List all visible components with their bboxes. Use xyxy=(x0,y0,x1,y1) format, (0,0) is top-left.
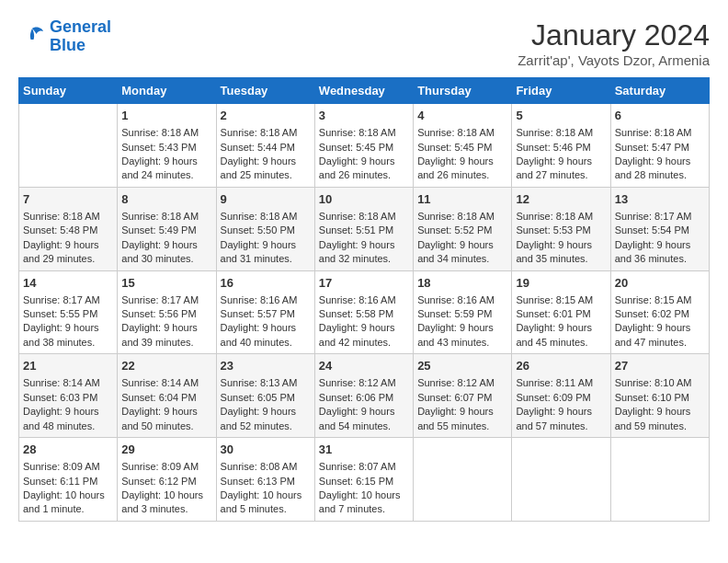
sunrise-text: Sunrise: 8:18 AM xyxy=(319,126,409,140)
daylight-text: Daylight: 9 hours and 47 minutes. xyxy=(615,321,705,350)
sunset-text: Sunset: 6:05 PM xyxy=(221,391,311,405)
sunrise-text: Sunrise: 8:14 AM xyxy=(121,376,211,390)
sunrise-text: Sunrise: 8:16 AM xyxy=(319,293,409,307)
sunset-text: Sunset: 6:12 PM xyxy=(121,475,211,488)
calendar-cell xyxy=(512,438,610,522)
calendar-cell: 1Sunrise: 8:18 AMSunset: 5:43 PMDaylight… xyxy=(118,104,216,188)
day-number: 5 xyxy=(516,108,606,124)
day-number: 26 xyxy=(516,358,606,374)
sunrise-text: Sunrise: 8:17 AM xyxy=(23,293,113,307)
day-number: 29 xyxy=(121,442,211,458)
calendar-cell: 5Sunrise: 8:18 AMSunset: 5:46 PMDaylight… xyxy=(512,104,610,188)
sunset-text: Sunset: 5:43 PM xyxy=(121,141,211,155)
sunset-text: Sunset: 5:58 PM xyxy=(319,307,409,321)
day-number: 6 xyxy=(615,108,705,124)
calendar-cell: 12Sunrise: 8:18 AMSunset: 5:53 PMDayligh… xyxy=(512,187,610,270)
calendar-cell: 18Sunrise: 8:16 AMSunset: 5:59 PMDayligh… xyxy=(414,270,512,354)
sunrise-text: Sunrise: 8:08 AM xyxy=(221,460,311,474)
calendar-cell: 14Sunrise: 8:17 AMSunset: 5:55 PMDayligh… xyxy=(19,270,118,354)
calendar-week-3: 14Sunrise: 8:17 AMSunset: 5:55 PMDayligh… xyxy=(19,270,710,354)
calendar-cell: 13Sunrise: 8:17 AMSunset: 5:54 PMDayligh… xyxy=(610,187,709,270)
calendar-cell xyxy=(414,438,512,522)
sunrise-text: Sunrise: 8:17 AM xyxy=(121,293,211,307)
day-number: 8 xyxy=(121,191,211,208)
sunset-text: Sunset: 5:57 PM xyxy=(221,307,311,321)
sunset-text: Sunset: 6:09 PM xyxy=(516,391,606,405)
calendar-cell: 26Sunrise: 8:11 AMSunset: 6:09 PMDayligh… xyxy=(512,354,610,438)
sunset-text: Sunset: 5:50 PM xyxy=(221,224,311,237)
sunset-text: Sunset: 6:07 PM xyxy=(417,391,507,405)
sunrise-text: Sunrise: 8:12 AM xyxy=(417,376,507,390)
calendar-cell xyxy=(19,104,118,188)
calendar-header-row: SundayMondayTuesdayWednesdayThursdayFrid… xyxy=(19,78,710,104)
daylight-text: Daylight: 9 hours and 40 minutes. xyxy=(221,321,311,350)
sunrise-text: Sunrise: 8:18 AM xyxy=(121,210,211,224)
sunrise-text: Sunrise: 8:18 AM xyxy=(221,210,311,224)
sunset-text: Sunset: 6:15 PM xyxy=(319,475,409,488)
daylight-text: Daylight: 9 hours and 28 minutes. xyxy=(615,155,705,183)
calendar-cell: 15Sunrise: 8:17 AMSunset: 5:56 PMDayligh… xyxy=(118,270,216,354)
sunrise-text: Sunrise: 8:12 AM xyxy=(319,376,409,390)
daylight-text: Daylight: 9 hours and 26 minutes. xyxy=(417,155,507,183)
calendar-cell: 29Sunrise: 8:09 AMSunset: 6:12 PMDayligh… xyxy=(118,438,216,522)
sunset-text: Sunset: 5:53 PM xyxy=(516,224,606,237)
daylight-text: Daylight: 10 hours and 7 minutes. xyxy=(319,488,409,517)
sunset-text: Sunset: 5:55 PM xyxy=(23,307,113,321)
sunrise-text: Sunrise: 8:14 AM xyxy=(23,376,113,390)
calendar-cell: 16Sunrise: 8:16 AMSunset: 5:57 PMDayligh… xyxy=(216,270,314,354)
daylight-text: Daylight: 9 hours and 38 minutes. xyxy=(23,321,113,350)
sunrise-text: Sunrise: 8:09 AM xyxy=(121,460,211,474)
sunrise-text: Sunrise: 8:18 AM xyxy=(417,126,507,140)
day-number: 4 xyxy=(417,108,507,124)
daylight-text: Daylight: 9 hours and 45 minutes. xyxy=(516,321,606,350)
daylight-text: Daylight: 9 hours and 52 minutes. xyxy=(221,405,311,433)
sunrise-text: Sunrise: 8:13 AM xyxy=(221,376,311,390)
sunset-text: Sunset: 5:45 PM xyxy=(417,141,507,155)
daylight-text: Daylight: 9 hours and 42 minutes. xyxy=(319,321,409,350)
calendar-cell: 27Sunrise: 8:10 AMSunset: 6:10 PMDayligh… xyxy=(610,354,709,438)
sunrise-text: Sunrise: 8:18 AM xyxy=(516,126,606,140)
day-number: 19 xyxy=(516,275,606,292)
sunset-text: Sunset: 5:54 PM xyxy=(615,224,705,237)
daylight-text: Daylight: 9 hours and 50 minutes. xyxy=(121,405,211,433)
daylight-text: Daylight: 9 hours and 27 minutes. xyxy=(516,155,606,183)
daylight-text: Daylight: 9 hours and 29 minutes. xyxy=(23,238,113,267)
sunrise-text: Sunrise: 8:18 AM xyxy=(121,126,211,140)
sunrise-text: Sunrise: 8:18 AM xyxy=(319,210,409,224)
sunrise-text: Sunrise: 8:07 AM xyxy=(319,460,409,474)
calendar-cell: 6Sunrise: 8:18 AMSunset: 5:47 PMDaylight… xyxy=(610,104,709,188)
calendar-cell: 3Sunrise: 8:18 AMSunset: 5:45 PMDaylight… xyxy=(314,104,413,188)
sunset-text: Sunset: 5:45 PM xyxy=(319,141,409,155)
header-wednesday: Wednesday xyxy=(314,78,413,104)
day-number: 30 xyxy=(221,442,311,458)
daylight-text: Daylight: 9 hours and 35 minutes. xyxy=(516,238,606,267)
day-number: 10 xyxy=(319,191,409,208)
day-number: 1 xyxy=(121,108,211,124)
calendar-cell: 22Sunrise: 8:14 AMSunset: 6:04 PMDayligh… xyxy=(118,354,216,438)
sunset-text: Sunset: 5:46 PM xyxy=(516,141,606,155)
sunset-text: Sunset: 6:01 PM xyxy=(516,307,606,321)
calendar-cell: 28Sunrise: 8:09 AMSunset: 6:11 PMDayligh… xyxy=(19,438,118,522)
day-number: 11 xyxy=(417,191,507,208)
day-number: 3 xyxy=(319,108,409,124)
calendar-subtitle: Zarrit'ap', Vayots Dzor, Armenia xyxy=(518,52,710,68)
sunset-text: Sunset: 6:03 PM xyxy=(23,391,113,405)
sunset-text: Sunset: 6:11 PM xyxy=(23,475,113,488)
day-number: 24 xyxy=(319,358,409,374)
calendar-table: SundayMondayTuesdayWednesdayThursdayFrid… xyxy=(18,77,710,522)
logo-text: General Blue xyxy=(50,18,111,55)
calendar-cell: 9Sunrise: 8:18 AMSunset: 5:50 PMDaylight… xyxy=(216,187,314,270)
logo-line2: Blue xyxy=(50,36,85,54)
calendar-cell: 24Sunrise: 8:12 AMSunset: 6:06 PMDayligh… xyxy=(314,354,413,438)
day-number: 14 xyxy=(23,275,113,292)
calendar-title: January 2024 xyxy=(518,18,710,52)
day-number: 28 xyxy=(23,442,113,458)
logo-icon xyxy=(18,23,46,51)
sunset-text: Sunset: 6:10 PM xyxy=(615,391,705,405)
sunrise-text: Sunrise: 8:16 AM xyxy=(221,293,311,307)
sunrise-text: Sunrise: 8:18 AM xyxy=(615,126,705,140)
day-number: 31 xyxy=(319,442,409,458)
calendar-cell: 2Sunrise: 8:18 AMSunset: 5:44 PMDaylight… xyxy=(216,104,314,188)
daylight-text: Daylight: 10 hours and 5 minutes. xyxy=(221,488,311,517)
sunset-text: Sunset: 5:47 PM xyxy=(615,141,705,155)
